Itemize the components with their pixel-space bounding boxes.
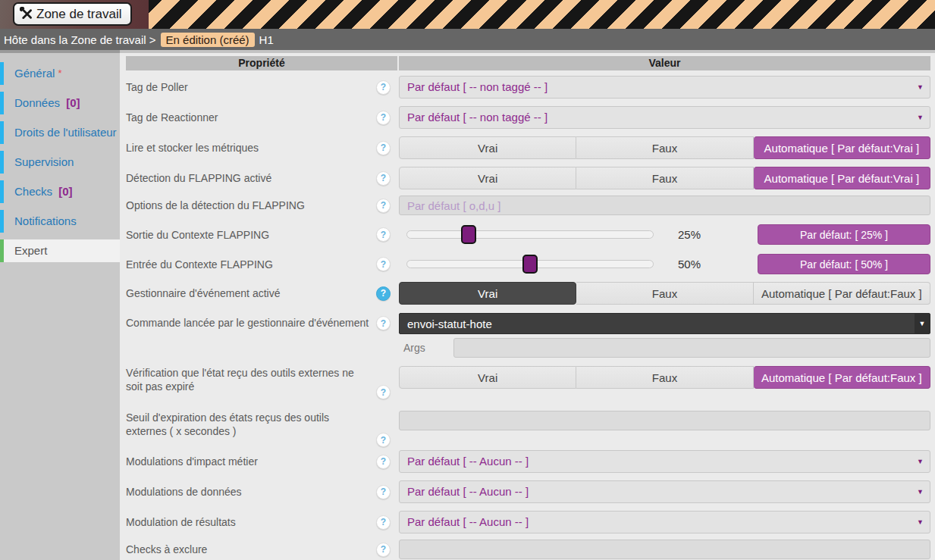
property-panel: Propriété Valeur Tag de Poller ? Par déf… [120,50,935,560]
option-vrai[interactable]: Vrai [399,366,576,389]
poller-tag-select[interactable]: Par défaut [ -- non taggé -- ] ▼ [399,76,930,99]
args-input[interactable] [453,338,930,358]
help-icon[interactable]: ? [376,385,391,399]
sidebar-item-label: Général [14,67,55,80]
help-icon[interactable]: ? [376,455,391,469]
hazard-header: Zone de travail [0,0,935,29]
table-row: Commande lancée par le gestionnaire d'év… [126,313,930,358]
event-handler-command-select[interactable]: envoi-statut-hote ▼ [399,313,930,334]
option-faux[interactable]: Faux [576,366,753,389]
table-row: Gestionnaire d'événement activé ? Vrai F… [126,282,930,305]
select-value: Par défaut [ -- Aucun -- ] [407,455,529,468]
property-label: Modulations de données [126,485,376,499]
sidebar-item-expert[interactable]: Expert [0,239,120,262]
sidebar-item-donnees[interactable]: Données [0] [0,92,120,114]
args-label: Args [399,342,453,354]
option-vrai[interactable]: Vrai [399,167,576,189]
table-row: Détection du FLAPPING activé ? Vrai Faux… [126,167,930,189]
sidebar-item-supervision[interactable]: Supervision [0,151,120,174]
table-row: Checks à exclure ? [126,540,930,559]
sidebar-item-droits[interactable]: Droits de l'utilisateur [0,121,120,144]
table-row: Lire et stocker les métriques ? Vrai Fau… [126,136,930,159]
breadcrumb-item: H1 [259,33,274,46]
tab-indicator [0,210,4,233]
default-50-button[interactable]: Par défaut: [ 50% ] [758,254,930,274]
chevron-down-icon: ▼ [917,77,924,98]
table-row: Vérification que l'état reçu des outils … [126,366,930,401]
slider-handle[interactable] [461,225,476,244]
flap-high-threshold-slider[interactable] [406,260,654,268]
option-faux[interactable]: Faux [576,136,753,159]
slider-handle[interactable] [522,255,538,274]
help-icon[interactable]: ? [376,433,391,447]
option-automatique[interactable]: Automatique [ Par défaut:Faux ] [754,366,930,389]
tab-indicator [0,62,4,85]
property-label: Seuil d'expiration des états reçus des o… [126,411,376,438]
help-icon[interactable]: ? [376,111,391,125]
table-row: Modulation de résultats ? Par défaut [ -… [126,511,930,533]
option-vrai[interactable]: Vrai [399,136,576,159]
help-icon-active[interactable]: ? [376,286,391,301]
help-icon[interactable]: ? [376,199,391,213]
result-modulation-select[interactable]: Par défaut [ -- Aucun -- ] ▼ [399,511,930,533]
slider-value: 25% [678,228,723,241]
property-label: Entrée du Contexte FLAPPING [126,258,376,271]
help-icon[interactable]: ? [376,543,391,557]
table-row: Sortie du Contexte FLAPPING ? 25% Par dé… [126,224,930,245]
count-badge: [0] [58,185,72,198]
workspace-button[interactable]: Zone de travail [13,2,132,26]
property-label: Vérification que l'état reçu des outils … [126,366,376,393]
event-handler-tristate: Vrai Faux Automatique [ Par défaut:Faux … [399,282,930,305]
sidebar-item-label: Expert [14,244,47,257]
select-value: Par défaut [ -- non taggé -- ] [407,111,548,124]
sidebar-item-checks[interactable]: Checks [0] [0,180,120,203]
property-label: Gestionnaire d'événement activé [126,286,376,300]
chevron-down-icon: ▼ [917,481,924,502]
freshness-check-tristate: Vrai Faux Automatique [ Par défaut:Faux … [399,366,930,389]
excluded-checks-input[interactable] [399,540,930,559]
table-row: Tag de Reactionner ? Par défaut [ -- non… [126,106,930,129]
reactionner-tag-select[interactable]: Par défaut [ -- non taggé -- ] ▼ [399,106,930,129]
column-header-value: Valeur [399,56,930,70]
help-icon[interactable]: ? [376,171,391,186]
option-vrai[interactable]: Vrai [399,282,576,305]
sidebar-item-general[interactable]: Général * [0,62,120,85]
help-icon[interactable]: ? [376,257,391,271]
chevron-down-icon: ▼ [917,451,924,472]
default-25-button[interactable]: Par défaut: [ 25% ] [758,224,930,245]
property-label: Modulation de résultats [126,515,376,529]
flap-options-input[interactable] [399,196,930,215]
status-badge: En édition (créé) [161,33,255,47]
business-impact-modulation-select[interactable]: Par défaut [ -- Aucun -- ] ▼ [399,450,930,473]
help-icon[interactable]: ? [376,485,391,499]
sidebar-item-label: Droits de l'utilisateur [14,126,117,139]
help-icon[interactable]: ? [376,316,391,330]
chevron-down-icon: ▼ [917,512,924,533]
sidebar-item-notifications[interactable]: Notifications [0,210,120,233]
property-label: Lire et stocker les métriques [126,141,376,155]
args-subrow: Args [399,338,930,358]
breadcrumb: Hôte dans la Zone de travail > En éditio… [0,29,935,50]
freshness-threshold-input[interactable] [399,411,930,430]
table-row: Entrée du Contexte FLAPPING ? 50% Par dé… [126,254,930,274]
table-row: Seuil d'expiration des états reçus des o… [126,411,930,450]
sidebar-item-label: Checks [14,185,52,198]
help-icon[interactable]: ? [376,515,391,530]
property-label: Tag de Poller [126,80,376,94]
tab-indicator [0,92,4,114]
sidebar: Général * Données [0] Droits de l'utilis… [0,50,120,560]
option-faux[interactable]: Faux [576,167,753,189]
option-automatique[interactable]: Automatique [ Par défaut:Faux ] [754,282,930,305]
flap-low-threshold-slider[interactable] [406,230,654,239]
sidebar-item-label: Données [14,96,60,109]
option-automatique[interactable]: Automatique [ Par défaut:Vrai ] [754,136,930,159]
data-modulation-select[interactable]: Par défaut [ -- Aucun -- ] ▼ [399,480,930,503]
slider-value: 50% [678,258,723,271]
option-faux[interactable]: Faux [576,282,753,305]
table-header: Propriété Valeur [126,56,930,70]
breadcrumb-path: Hôte dans la Zone de travail > [4,33,156,46]
help-icon[interactable]: ? [376,80,391,95]
help-icon[interactable]: ? [376,227,391,242]
help-icon[interactable]: ? [376,141,391,155]
option-automatique[interactable]: Automatique [ Par défaut:Vrai ] [754,167,930,189]
